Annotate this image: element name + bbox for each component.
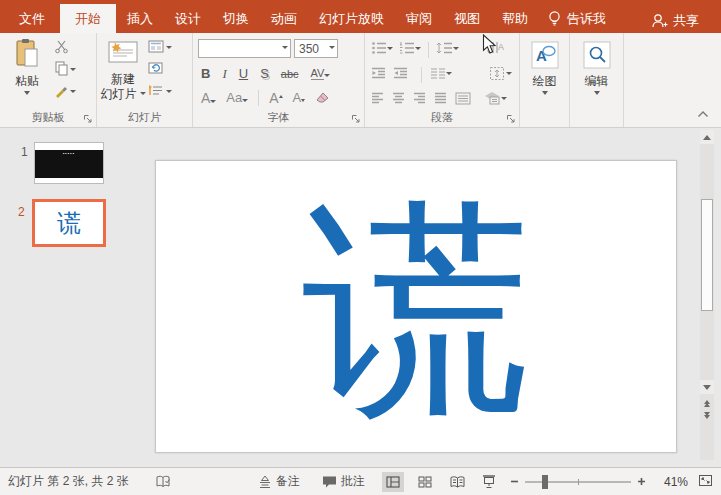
reset-button[interactable] [148, 62, 172, 78]
zoom-slider-thumb[interactable] [542, 475, 548, 489]
zoom-out-button[interactable] [510, 475, 519, 489]
clipboard-group: 粘贴 剪贴板 [0, 33, 97, 127]
tab-help[interactable]: 帮助 [491, 4, 539, 33]
eraser-icon [315, 90, 330, 106]
tab-view[interactable]: 视图 [443, 4, 491, 33]
comments-button[interactable]: 批注 [322, 473, 365, 490]
slide-canvas[interactable]: 谎 [155, 160, 677, 453]
layout-button[interactable] [148, 40, 172, 56]
zoom-slider[interactable] [525, 481, 631, 483]
next-slide-button[interactable] [700, 409, 714, 424]
tell-me-button[interactable]: 告诉我 [539, 4, 614, 33]
new-slide-dropdown-icon [140, 92, 146, 98]
decrease-indent-button[interactable] [369, 67, 388, 82]
spell-check-button[interactable] [155, 475, 172, 489]
paste-button[interactable]: 粘贴 [4, 36, 50, 100]
editing-group: 编辑 [570, 33, 624, 127]
shrink-font-button[interactable]: A [290, 90, 309, 105]
new-slide-icon [106, 38, 140, 71]
tab-transitions[interactable]: 切换 [212, 4, 260, 33]
new-slide-label-line1: 新建 [111, 73, 135, 86]
vertical-scrollbar[interactable] [700, 130, 714, 460]
scroll-up-button[interactable] [700, 130, 714, 144]
tab-design[interactable]: 设计 [164, 4, 212, 33]
copy-button[interactable] [54, 62, 76, 78]
align-center-icon [392, 92, 405, 107]
tab-file[interactable]: 文件 [4, 4, 60, 33]
underline-button[interactable]: U [236, 66, 251, 81]
justify-icon [434, 92, 447, 107]
person-add-icon [651, 13, 668, 29]
tell-me-label: 告诉我 [567, 10, 606, 28]
align-left-button[interactable] [369, 92, 386, 107]
tab-insert[interactable]: 插入 [116, 4, 164, 33]
convert-smartart-button[interactable] [481, 91, 509, 108]
clipboard-dialog-launcher[interactable] [83, 113, 93, 123]
font-size-combobox[interactable]: 350 [294, 39, 338, 58]
slide-text[interactable]: 谎 [302, 197, 530, 425]
distributed-button[interactable] [453, 92, 473, 108]
bullets-button[interactable] [369, 41, 395, 58]
section-icon [148, 84, 164, 100]
reading-view-button[interactable] [446, 472, 468, 492]
change-case-label: Aa [226, 90, 242, 105]
align-text-button[interactable] [487, 66, 514, 84]
slide-2-thumb-text: 谎 [57, 207, 81, 239]
align-right-button[interactable] [411, 92, 428, 107]
tab-home[interactable]: 开始 [60, 4, 116, 33]
editing-button[interactable]: 编辑 [574, 38, 620, 98]
slideshow-icon [482, 475, 496, 488]
fit-slide-to-window-button[interactable] [698, 474, 713, 490]
slide-thumbnail-2-selected[interactable]: 谎 [32, 199, 106, 247]
format-painter-button[interactable] [54, 84, 76, 100]
layout-dropdown-icon [166, 46, 172, 52]
text-direction-button[interactable]: A [485, 41, 507, 59]
columns-button[interactable] [428, 67, 454, 82]
font-dialog-launcher[interactable] [351, 113, 361, 123]
line-spacing-button[interactable] [434, 41, 461, 58]
slideshow-view-button[interactable] [478, 472, 500, 492]
align-center-button[interactable] [390, 92, 407, 107]
tab-animations[interactable]: 动画 [260, 4, 308, 33]
character-spacing-button[interactable]: AV [308, 67, 334, 80]
smartart-dropdown-icon [501, 97, 507, 103]
scissors-icon [54, 39, 69, 57]
previous-slide-button[interactable] [700, 394, 714, 409]
zoom-percentage[interactable]: 41% [656, 475, 688, 489]
text-shadow-button[interactable]: S [257, 66, 272, 81]
change-case-dropdown-icon [242, 99, 248, 105]
font-color-button[interactable]: A [198, 90, 219, 106]
tab-slideshow[interactable]: 幻灯片放映 [308, 4, 395, 33]
cut-button[interactable] [54, 40, 76, 56]
font-name-combobox[interactable] [198, 39, 291, 58]
line-spacing-dropdown-icon [453, 47, 459, 53]
new-slide-button[interactable]: 新建 幻灯片 [100, 36, 146, 101]
zoom-controls [510, 475, 646, 489]
change-case-button[interactable]: Aa [223, 90, 251, 105]
grow-font-button[interactable]: A [266, 90, 285, 106]
justify-button[interactable] [432, 92, 449, 107]
editing-dropdown-icon [594, 91, 600, 98]
numbering-button[interactable] [397, 41, 423, 58]
slide-thumbnail-1[interactable]: ▪▪▪▪▪ [34, 142, 104, 184]
drawing-button[interactable]: A 绘图 [522, 38, 568, 98]
notes-button[interactable]: 备注 [258, 473, 300, 490]
italic-button[interactable]: I [219, 66, 229, 82]
normal-view-button[interactable] [382, 472, 404, 492]
slide-2-number: 2 [18, 205, 25, 219]
paragraph-dialog-launcher[interactable] [506, 113, 516, 123]
zoom-in-button[interactable] [637, 475, 646, 489]
divider [421, 67, 422, 83]
strikethrough-button[interactable]: abc [278, 68, 302, 80]
scroll-down-button[interactable] [700, 380, 714, 394]
collapse-ribbon-button[interactable] [697, 107, 709, 121]
slide-sorter-view-button[interactable] [414, 472, 436, 492]
tab-review[interactable]: 审阅 [395, 4, 443, 33]
section-button[interactable] [148, 84, 172, 100]
increase-indent-button[interactable] [391, 67, 410, 82]
bold-button[interactable]: B [198, 66, 213, 81]
font-size-dropdown-icon [329, 46, 335, 52]
font-name-dropdown-icon [282, 46, 288, 52]
scrollbar-thumb[interactable] [701, 199, 713, 311]
clear-formatting-button[interactable] [312, 90, 333, 106]
